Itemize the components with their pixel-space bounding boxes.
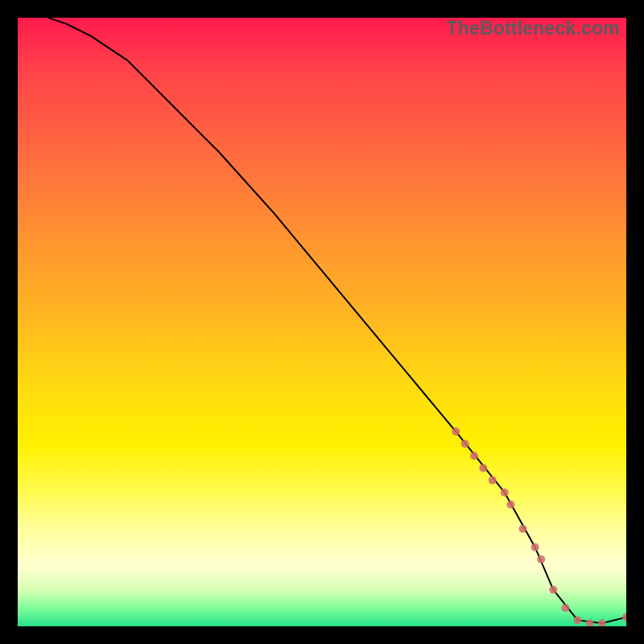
data-point bbox=[537, 555, 545, 564]
data-point bbox=[574, 616, 582, 624]
curve-line bbox=[48, 18, 626, 623]
data-point bbox=[622, 613, 626, 621]
chart-frame: TheBottleneck.com bbox=[18, 18, 626, 626]
data-point bbox=[561, 604, 569, 612]
chart-svg bbox=[18, 18, 626, 626]
data-point bbox=[519, 525, 527, 533]
data-point bbox=[598, 619, 606, 626]
data-point bbox=[470, 452, 478, 460]
data-point bbox=[506, 501, 514, 509]
highlighted-points bbox=[452, 427, 626, 626]
data-point bbox=[586, 619, 594, 626]
data-point bbox=[531, 543, 539, 551]
data-point bbox=[452, 427, 460, 436]
data-point bbox=[479, 464, 487, 472]
data-point bbox=[461, 440, 469, 448]
data-point bbox=[489, 477, 497, 485]
data-point bbox=[549, 586, 557, 594]
data-point bbox=[501, 489, 509, 497]
bottleneck-curve bbox=[48, 18, 626, 623]
